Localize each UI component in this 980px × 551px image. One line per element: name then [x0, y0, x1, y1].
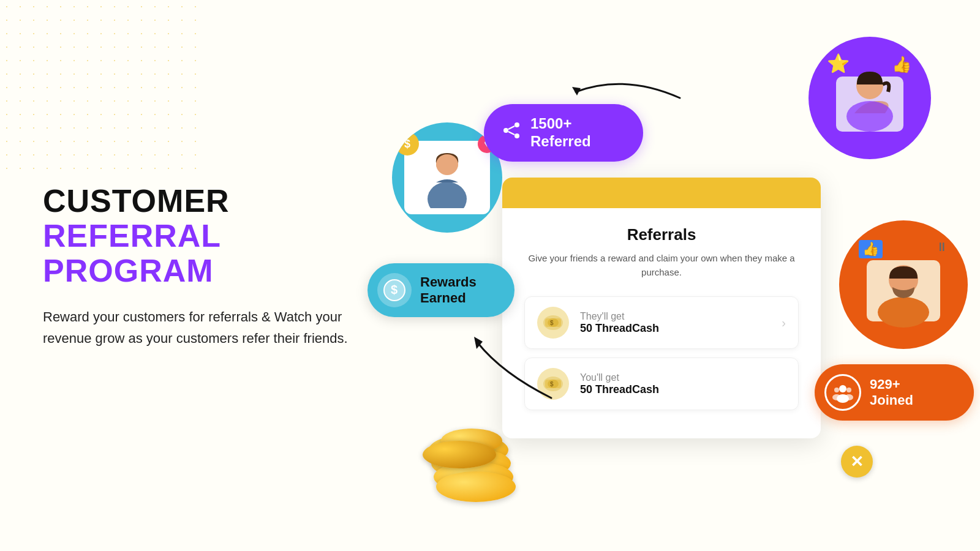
svg-point-24 — [878, 297, 929, 328]
reward-amount-2: 50 ThreadCash — [580, 383, 786, 396]
card-header-gold — [502, 178, 821, 208]
coin-4 — [436, 471, 516, 502]
svg-point-1 — [428, 182, 467, 208]
left-content-section: CUSTOMER REFERRAL PROGRAM Reward your cu… — [43, 184, 349, 349]
reward-text-1: They'll get 50 ThreadCash — [580, 311, 775, 335]
svg-text:$: $ — [391, 283, 398, 296]
svg-line-9 — [508, 132, 514, 135]
title-customer: CUSTOMER — [43, 184, 349, 219]
svg-point-29 — [832, 394, 841, 400]
dollar-svg: $ — [383, 279, 405, 301]
reward-amount-1: 50 ThreadCash — [580, 322, 775, 335]
reward-text-2: You'll get 50 ThreadCash — [580, 372, 786, 396]
rewards-earned-pill[interactable]: $ Rewards Earned — [368, 263, 514, 317]
card-title: Referrals — [524, 225, 799, 244]
svg-point-5 — [514, 122, 519, 127]
svg-point-6 — [503, 128, 508, 133]
share-icon — [502, 121, 521, 144]
reward-arrow-1: › — [782, 316, 786, 330]
right-illustration: $ ♥ — [337, 0, 980, 551]
referred-pill: 1500+ Referred — [484, 104, 643, 162]
svg-point-7 — [514, 133, 519, 138]
svg-point-12 — [846, 101, 893, 132]
like-badge: 👍 — [859, 240, 883, 258]
close-button[interactable]: ✕ — [841, 446, 873, 478]
title-referral-program: REFERRAL PROGRAM — [43, 219, 349, 288]
svg-point-30 — [846, 388, 851, 392]
coins-decoration — [423, 435, 521, 502]
share-svg — [502, 121, 521, 140]
svg-point-26 — [839, 385, 846, 392]
group-svg — [832, 381, 854, 403]
coin-stack — [423, 435, 521, 502]
subtitle-text: Reward your customers for referrals & Wa… — [43, 306, 349, 349]
arrow-svg-left — [453, 324, 576, 404]
referred-text: 1500+ Referred — [530, 115, 591, 151]
avatar-orange-circle: 👍 ⏸ — [839, 220, 968, 349]
svg-point-31 — [845, 394, 853, 400]
coin-extra-2 — [423, 441, 496, 468]
group-icon — [824, 374, 861, 411]
card-description: Give your friends a reward and claim you… — [524, 252, 799, 279]
star-decoration: ⭐ — [827, 53, 850, 74]
coin-badge-icon: $ — [396, 132, 419, 156]
reward-label-2: You'll get — [580, 372, 786, 383]
thumbsup-icon: 👍 — [892, 55, 911, 74]
avatar-purple-circle: ⭐ 👍 — [809, 37, 931, 159]
svg-line-8 — [508, 126, 514, 129]
rewards-pill-text: Rewards Earned — [420, 274, 477, 307]
joined-text: 929+ Joined — [870, 377, 913, 409]
person-svg-teal — [417, 147, 478, 208]
dollar-circle-icon: $ — [377, 273, 412, 307]
dot-pattern-decoration — [0, 0, 208, 171]
reward-label-1: They'll get — [580, 311, 775, 322]
joined-pill: 929+ Joined — [815, 364, 974, 421]
pause-badge: ⏸ — [936, 240, 948, 254]
arrow-curve-left — [453, 324, 576, 407]
svg-point-2 — [436, 154, 458, 174]
svg-point-28 — [834, 388, 839, 392]
